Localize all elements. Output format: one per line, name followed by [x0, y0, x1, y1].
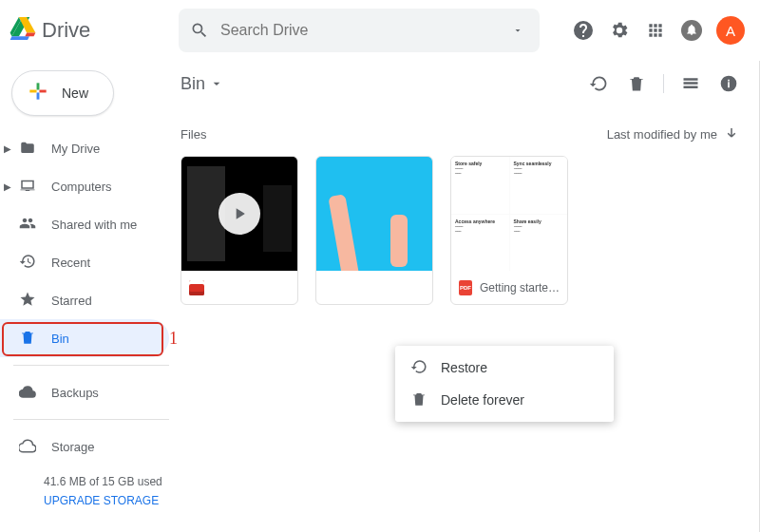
- sidebar-item-storage[interactable]: Storage: [0, 428, 169, 466]
- file-card[interactable]: [180, 156, 298, 305]
- shared-icon: [19, 215, 36, 235]
- bin-icon: [19, 329, 36, 349]
- context-restore[interactable]: Restore: [395, 352, 614, 384]
- sidebar-item-my-drive[interactable]: ▶ My Drive: [0, 129, 169, 167]
- section-header: Files Last modified by me: [180, 125, 740, 142]
- help-icon[interactable]: [572, 19, 595, 42]
- info-icon[interactable]: [717, 72, 740, 95]
- separator: [663, 74, 664, 93]
- video-file-icon: [189, 280, 204, 295]
- file-thumbnail: [316, 157, 432, 271]
- context-menu: Restore Delete forever: [395, 346, 614, 422]
- file-card[interactable]: Store safely━━━━━━━ Sync seamlessly━━━━━…: [450, 156, 568, 305]
- search-input[interactable]: [220, 22, 496, 39]
- file-card[interactable]: [315, 156, 433, 305]
- trash-icon: [410, 390, 428, 410]
- recent-icon: [19, 253, 36, 273]
- sidebar-item-label: Bin: [51, 332, 69, 346]
- backups-icon: [19, 383, 36, 403]
- sort-button[interactable]: Last modified by me: [607, 125, 740, 142]
- upgrade-storage-link[interactable]: UPGRADE STORAGE: [44, 494, 169, 507]
- file-footer: [181, 271, 297, 304]
- file-thumbnail: Store safely━━━━━━━ Sync seamlessly━━━━━…: [451, 157, 567, 271]
- restore-action-icon[interactable]: [587, 72, 610, 95]
- search-icon[interactable]: [188, 19, 211, 42]
- file-footer: [316, 271, 432, 304]
- title-bar: Bin: [180, 65, 740, 103]
- sidebar-item-label: Recent: [51, 256, 90, 270]
- play-icon: [218, 193, 260, 235]
- expand-arrow-icon: ▶: [4, 143, 11, 154]
- logo-area: Drive: [10, 17, 179, 44]
- nav-divider: [13, 365, 169, 366]
- context-menu-label: Restore: [441, 360, 487, 375]
- search-bar[interactable]: [179, 9, 540, 52]
- expand-arrow-icon: ▶: [4, 181, 11, 192]
- storage-usage: 41.6 MB of 15 GB used: [44, 475, 169, 488]
- notifications-icon[interactable]: [680, 19, 703, 42]
- star-icon: [19, 291, 36, 311]
- storage-block: 41.6 MB of 15 GB used UPGRADE STORAGE: [0, 466, 169, 507]
- file-name: Getting starte…: [480, 281, 560, 294]
- sort-label: Last modified by me: [607, 127, 717, 142]
- sidebar-nav: ▶ My Drive ▶ Computers Shared with me Re…: [0, 129, 169, 507]
- new-button[interactable]: New: [11, 70, 114, 116]
- breadcrumb[interactable]: Bin: [180, 74, 224, 94]
- chevron-down-icon: [209, 76, 224, 91]
- sidebar-item-bin[interactable]: Bin: [0, 319, 169, 357]
- context-delete-forever[interactable]: Delete forever: [395, 384, 614, 416]
- search-dropdown-icon[interactable]: [505, 25, 530, 36]
- delete-action-icon[interactable]: [625, 72, 648, 95]
- header-icons: A: [572, 16, 745, 45]
- context-menu-label: Delete forever: [441, 392, 524, 408]
- computers-icon: [19, 177, 36, 197]
- sidebar: New ▶ My Drive ▶ Computers Shared with m…: [0, 61, 169, 532]
- header: Drive A: [0, 0, 760, 61]
- account-avatar[interactable]: A: [716, 16, 745, 45]
- my-drive-icon: [19, 139, 36, 159]
- main-content: Bin Files Last modified by me: [169, 61, 760, 532]
- title-bar-actions: [587, 72, 740, 95]
- sidebar-item-backups[interactable]: Backups: [0, 373, 169, 411]
- sidebar-item-label: Starred: [51, 294, 92, 308]
- app-name: Drive: [42, 18, 90, 43]
- restore-icon: [410, 358, 428, 378]
- plus-icon: [26, 79, 50, 107]
- body: New ▶ My Drive ▶ Computers Shared with m…: [0, 61, 760, 532]
- sidebar-item-label: Backups: [51, 386, 99, 400]
- files-label: Files: [180, 127, 206, 142]
- arrow-down-icon: [723, 125, 740, 142]
- pdf-file-icon: PDF: [459, 280, 472, 295]
- drive-logo-icon: [10, 17, 36, 44]
- new-button-label: New: [62, 86, 88, 101]
- nav-divider: [13, 419, 169, 420]
- sidebar-item-label: Shared with me: [51, 218, 137, 232]
- sidebar-item-shared[interactable]: Shared with me: [0, 205, 169, 243]
- settings-icon[interactable]: [608, 19, 631, 42]
- breadcrumb-label: Bin: [180, 74, 205, 94]
- sidebar-item-label: Storage: [51, 440, 95, 454]
- files-grid: Store safely━━━━━━━ Sync seamlessly━━━━━…: [180, 156, 740, 305]
- cloud-icon: [19, 437, 36, 457]
- sidebar-item-computers[interactable]: ▶ Computers: [0, 167, 169, 205]
- file-thumbnail: [181, 157, 297, 271]
- sidebar-item-label: My Drive: [51, 142, 100, 156]
- view-list-icon[interactable]: [679, 72, 702, 95]
- apps-icon[interactable]: [644, 19, 667, 42]
- sidebar-item-label: Computers: [51, 180, 112, 194]
- sidebar-item-starred[interactable]: Starred: [0, 281, 169, 319]
- sidebar-item-recent[interactable]: Recent: [0, 243, 169, 281]
- file-footer: PDF Getting starte…: [451, 271, 567, 304]
